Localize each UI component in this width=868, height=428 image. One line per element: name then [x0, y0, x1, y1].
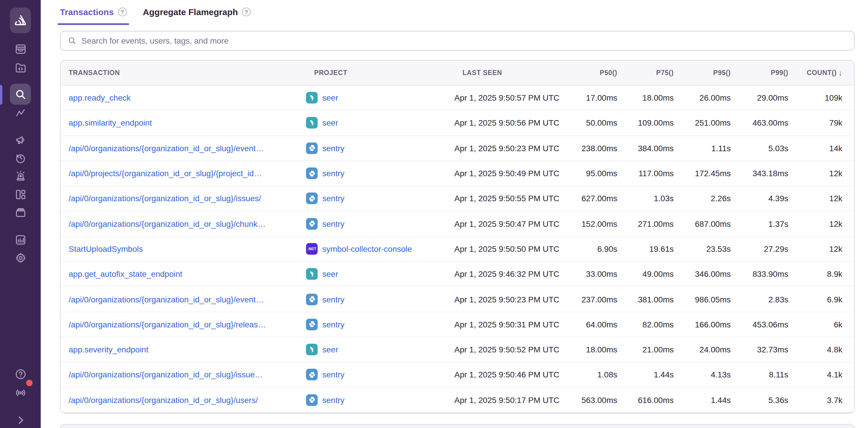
table-row: /api/0/organizations/{organization_id_or…: [61, 211, 854, 237]
sidebar-item-settings[interactable]: [0, 248, 41, 267]
p95-value: 687.00ms: [674, 219, 731, 228]
sidebar-item-projects[interactable]: [0, 58, 41, 77]
transaction-link[interactable]: /api/0/organizations/{organization_id_or…: [61, 320, 306, 329]
sidebar-item-alerts[interactable]: [0, 166, 41, 186]
p75-value: 19.61s: [617, 244, 674, 254]
p99-value: 2.83s: [731, 295, 788, 304]
col-header-p75[interactable]: P75(): [617, 69, 674, 76]
last-seen-value: Apr 1, 2025 9:50:52 PM UTC: [454, 345, 565, 354]
count-value: 3.7k: [788, 395, 854, 404]
p99-value: 4.39s: [731, 194, 788, 203]
col-header-project[interactable]: PROJECT: [306, 69, 454, 76]
sentry-logo[interactable]: [10, 7, 31, 33]
project-cell: .NET seer: [306, 268, 454, 280]
p99-value: 453.06ms: [731, 320, 788, 329]
project-link[interactable]: seer: [322, 269, 338, 278]
table-row: /api/0/organizations/{organization_id_or…: [61, 287, 854, 312]
p50-value: 95.00ms: [565, 169, 617, 178]
dashboard-icon: [14, 188, 27, 201]
project-link[interactable]: seer: [322, 345, 338, 354]
transaction-link[interactable]: app.get_autofix_state_endpoint: [61, 269, 306, 278]
table-row: /api/0/organizations/{organization_id_or…: [61, 312, 854, 337]
sidebar-item-traces[interactable]: [0, 103, 41, 123]
transactions-table: TRANSACTION PROJECT LAST SEEN P50() P75(…: [60, 60, 855, 414]
p75-value: 109.00ms: [617, 118, 674, 128]
project-link[interactable]: sentry: [322, 143, 344, 153]
count-value: 4.8k: [788, 345, 854, 354]
col-header-p99[interactable]: P99(): [731, 69, 788, 76]
sidebar-item-stats[interactable]: [0, 230, 41, 250]
tab-transactions-help-icon[interactable]: ?: [118, 7, 127, 16]
p75-value: 1.03s: [617, 194, 674, 203]
sidebar-item-whats-new[interactable]: [0, 382, 41, 402]
transaction-link[interactable]: /api/0/organizations/{organization_id_or…: [61, 370, 306, 380]
tab-transactions[interactable]: Transactions ?: [60, 7, 127, 25]
col-header-count[interactable]: COUNT() ↓: [788, 68, 854, 77]
project-link[interactable]: sentry: [322, 169, 344, 178]
transaction-link[interactable]: app.ready_check: [61, 93, 306, 102]
sidebar-item-explore[interactable]: [0, 84, 41, 105]
transaction-link[interactable]: app.similarity_endpoint: [61, 118, 306, 128]
col-header-transaction[interactable]: TRANSACTION: [61, 69, 306, 76]
transaction-link[interactable]: /api/0/organizations/{organization_id_or…: [61, 295, 306, 304]
p95-value: 166.00ms: [674, 320, 731, 329]
sidebar-item-help[interactable]: [0, 364, 41, 384]
col-header-p95[interactable]: P95(): [674, 69, 731, 76]
count-value: 79k: [788, 118, 854, 128]
sidebar-item-issues[interactable]: [0, 39, 41, 59]
p75-value: 616.00ms: [617, 395, 674, 404]
transaction-link[interactable]: /api/0/projects/{organization_id_or_slug…: [61, 169, 306, 178]
search-bar[interactable]: [60, 31, 855, 51]
project-cell: .NET seer: [306, 117, 454, 129]
p50-value: 64.00ms: [565, 320, 617, 329]
p50-value: 152.00ms: [565, 219, 617, 228]
last-seen-value: Apr 1, 2025 9:50:23 PM UTC: [454, 143, 565, 153]
project-link[interactable]: sentry: [322, 395, 344, 404]
transaction-link[interactable]: /api/0/organizations/{organization_id_or…: [61, 395, 306, 404]
seer-platform-icon: [306, 344, 318, 355]
sidebar-item-feedback[interactable]: [0, 130, 41, 150]
p99-value: 1.37s: [731, 219, 788, 228]
table-row: /api/0/organizations/{organization_id_or…: [61, 388, 854, 413]
project-link[interactable]: sentry: [322, 295, 344, 304]
count-value: 12k: [788, 169, 854, 178]
sentry-logo-icon: [13, 13, 28, 28]
p99-value: 833.90ms: [731, 269, 788, 278]
last-seen-value: Apr 1, 2025 9:50:31 PM UTC: [454, 320, 565, 329]
transaction-link[interactable]: /api/0/organizations/{organization_id_or…: [61, 194, 306, 203]
p99-value: 8.11s: [731, 370, 788, 380]
transaction-link[interactable]: /api/0/organizations/{organization_id_or…: [61, 143, 306, 153]
p95-value: 23.53s: [674, 244, 731, 254]
tab-aggregate-flamegraph[interactable]: Aggregate Flamegraph ?: [143, 7, 251, 25]
project-link[interactable]: sentry: [322, 320, 344, 329]
sidebar-item-replays[interactable]: [0, 148, 41, 167]
table-row: app.severity_endpoint .NET seer Apr 1, 2…: [61, 337, 854, 363]
gear-icon: [14, 251, 27, 264]
transaction-link[interactable]: /api/0/organizations/{organization_id_or…: [61, 219, 306, 228]
project-link[interactable]: seer: [322, 118, 338, 128]
p50-value: 33.00ms: [565, 269, 617, 278]
project-link[interactable]: sentry: [322, 219, 344, 228]
count-value: 6k: [788, 320, 854, 329]
search-input[interactable]: [82, 36, 847, 45]
sidebar-item-releases[interactable]: [0, 202, 41, 222]
p99-value: 27.29s: [731, 244, 788, 254]
col-header-last-seen[interactable]: LAST SEEN: [454, 69, 565, 76]
transaction-link[interactable]: StartUploadSymbols: [61, 244, 306, 254]
project-link[interactable]: symbol-collector-console: [322, 244, 412, 254]
p75-value: 381.00ms: [617, 295, 674, 304]
sidebar-collapse-button[interactable]: [0, 410, 41, 428]
project-link[interactable]: seer: [322, 93, 338, 102]
sort-desc-icon: ↓: [838, 68, 842, 77]
transaction-link[interactable]: app.severity_endpoint: [61, 345, 306, 354]
main-content: Transactions ? Aggregate Flamegraph ? TR…: [41, 0, 868, 428]
project-link[interactable]: sentry: [322, 370, 344, 380]
project-link[interactable]: sentry: [322, 194, 344, 203]
sidebar-item-dashboards[interactable]: [0, 184, 41, 204]
megaphone-icon: [14, 133, 27, 146]
python-platform-icon: [306, 218, 318, 229]
col-header-p50[interactable]: P50(): [565, 69, 617, 76]
p50-value: 563.00ms: [565, 395, 617, 404]
p50-value: 50.00ms: [565, 118, 617, 128]
tab-aggregate-flamegraph-help-icon[interactable]: ?: [242, 7, 251, 16]
